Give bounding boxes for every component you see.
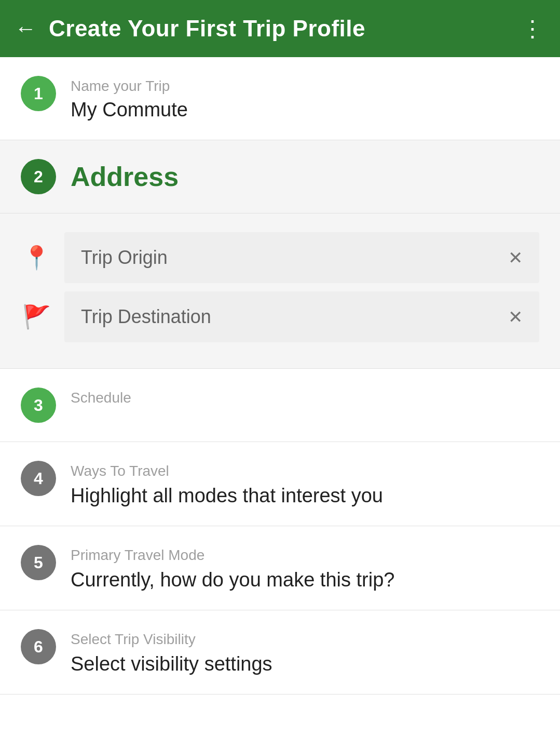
step-4-label: Ways To Travel [71, 463, 383, 479]
trip-origin-clear-icon[interactable]: ✕ [508, 247, 523, 268]
step-6-section[interactable]: 6 Select Trip Visibility Select visibili… [0, 610, 560, 694]
step-4-badge: 4 [21, 461, 56, 496]
step-2-badge: 2 [21, 159, 56, 194]
step-1-badge: 1 [21, 76, 56, 111]
app-header: ← Create Your First Trip Profile ⋮ [0, 0, 560, 57]
step-1-content: Name your Trip My Commute [71, 76, 188, 121]
flag-icon: 🚩 [21, 303, 52, 330]
step-6-value: Select visibility settings [71, 653, 272, 675]
step-1-label: Name your Trip [71, 78, 188, 95]
step-5-section[interactable]: 5 Primary Travel Mode Currently, how do … [0, 526, 560, 610]
back-icon[interactable]: ← [15, 18, 36, 39]
step-5-label: Primary Travel Mode [71, 547, 394, 564]
header-left: ← Create Your First Trip Profile [15, 16, 365, 42]
step-1-value: My Commute [71, 99, 188, 121]
step-3-content: Schedule [71, 388, 131, 406]
trip-destination-placeholder: Trip Destination [81, 306, 211, 328]
trip-origin-placeholder: Trip Origin [81, 247, 168, 269]
step-6-label: Select Trip Visibility [71, 631, 272, 648]
step-6-content: Select Trip Visibility Select visibility… [71, 629, 272, 675]
step-6-badge: 6 [21, 629, 56, 664]
step-1-section: 1 Name your Trip My Commute [0, 57, 560, 140]
step-2-section: 2 Address [0, 140, 560, 213]
trip-destination-clear-icon[interactable]: ✕ [508, 306, 523, 327]
step-3-badge: 3 [21, 388, 56, 423]
step-5-value: Currently, how do you make this trip? [71, 569, 394, 591]
step-4-content: Ways To Travel Highlight all modes that … [71, 461, 383, 507]
trip-origin-row: 📍 Trip Origin ✕ [21, 232, 539, 283]
address-fields-section: 📍 Trip Origin ✕ 🚩 Trip Destination ✕ [0, 213, 560, 369]
step-4-section[interactable]: 4 Ways To Travel Highlight all modes tha… [0, 442, 560, 526]
trip-destination-input[interactable]: Trip Destination ✕ [64, 291, 539, 342]
step-3-section[interactable]: 3 Schedule [0, 369, 560, 442]
more-options-icon[interactable]: ⋮ [521, 23, 545, 34]
location-pin-icon: 📍 [21, 244, 52, 271]
trip-origin-input[interactable]: Trip Origin ✕ [64, 232, 539, 283]
page-title: Create Your First Trip Profile [49, 16, 365, 42]
step-3-label: Schedule [71, 390, 131, 406]
step-5-content: Primary Travel Mode Currently, how do yo… [71, 545, 394, 591]
step-2-title: Address [71, 161, 179, 192]
trip-destination-row: 🚩 Trip Destination ✕ [21, 291, 539, 342]
step-5-badge: 5 [21, 545, 56, 580]
step-4-value: Highlight all modes that interest you [71, 485, 383, 507]
